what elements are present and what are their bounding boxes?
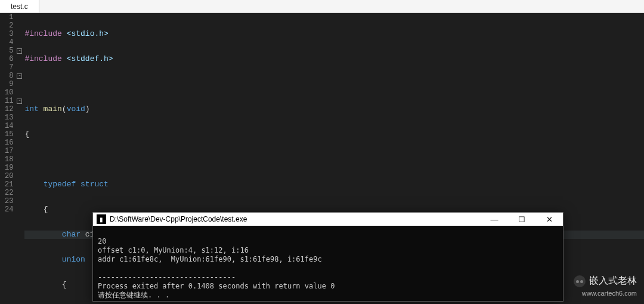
watermark-url: www.cartech6.com <box>582 290 637 297</box>
code-token: ( <box>62 105 67 113</box>
code-token: ) <box>85 105 90 113</box>
code-token: typedef <box>44 180 76 189</box>
code-token: { <box>44 205 48 214</box>
code-token: char <box>62 230 80 239</box>
code-token: #include <box>24 29 61 38</box>
maximize-button[interactable]: ☐ <box>508 213 535 226</box>
code-token: union <box>62 255 85 264</box>
watermark-text: 嵌入式老林 <box>589 275 637 285</box>
tab-file[interactable]: test.c <box>0 0 39 13</box>
tab-bar: test.c <box>0 0 644 13</box>
tab-file-label: test.c <box>11 2 28 11</box>
code-token: <stdio.h> <box>62 29 109 38</box>
code-token: main <box>39 105 62 113</box>
close-button[interactable]: ✕ <box>535 213 563 226</box>
code-token: int <box>24 105 38 113</box>
code-line <box>24 80 644 88</box>
code-token: struct <box>76 180 109 189</box>
console-line: -------------------------------- <box>98 273 236 281</box>
fold-toggle-icon[interactable]: - <box>17 73 22 79</box>
fold-gutter: - - - <box>17 13 22 304</box>
console-line: addr c1:61fe8c, MyUnion:61fe90, s1:61fe9… <box>98 255 322 263</box>
console-titlebar[interactable]: ▮ D:\SoftWare\Dev-Cpp\ProjectCode\test.e… <box>93 213 563 226</box>
code-token: { <box>62 280 67 289</box>
console-line: 20 <box>98 237 106 245</box>
code-line: { <box>24 130 644 139</box>
line-number-gutter: 1 2 3 4 5 6 7 8 9 10 11 12 13 14 15 16 1… <box>0 13 17 304</box>
code-line <box>24 155 644 164</box>
wechat-icon <box>574 275 586 287</box>
watermark: 嵌入式老林 www.cartech6.com <box>574 275 637 298</box>
console-output: 20 offset c1:0, MyUnion:4, s1:12, i:16 a… <box>93 226 563 304</box>
fold-toggle-icon[interactable]: - <box>17 48 22 54</box>
console-app-icon: ▮ <box>97 214 106 224</box>
code-token: <stddef.h> <box>62 54 113 63</box>
minimize-button[interactable]: — <box>481 213 508 226</box>
console-title-text: D:\SoftWare\Dev-Cpp\ProjectCode\test.exe <box>110 215 481 223</box>
console-line: 请按任意键继续. . . <box>98 291 169 299</box>
code-token: void <box>67 105 85 113</box>
console-line: Process exited after 0.1408 seconds with… <box>98 282 335 290</box>
fold-toggle-icon[interactable]: - <box>17 99 22 104</box>
console-line: offset c1:0, MyUnion:4, s1:12, i:16 <box>98 246 249 254</box>
code-token: #include <box>24 54 61 63</box>
console-window[interactable]: ▮ D:\SoftWare\Dev-Cpp\ProjectCode\test.e… <box>92 212 564 302</box>
